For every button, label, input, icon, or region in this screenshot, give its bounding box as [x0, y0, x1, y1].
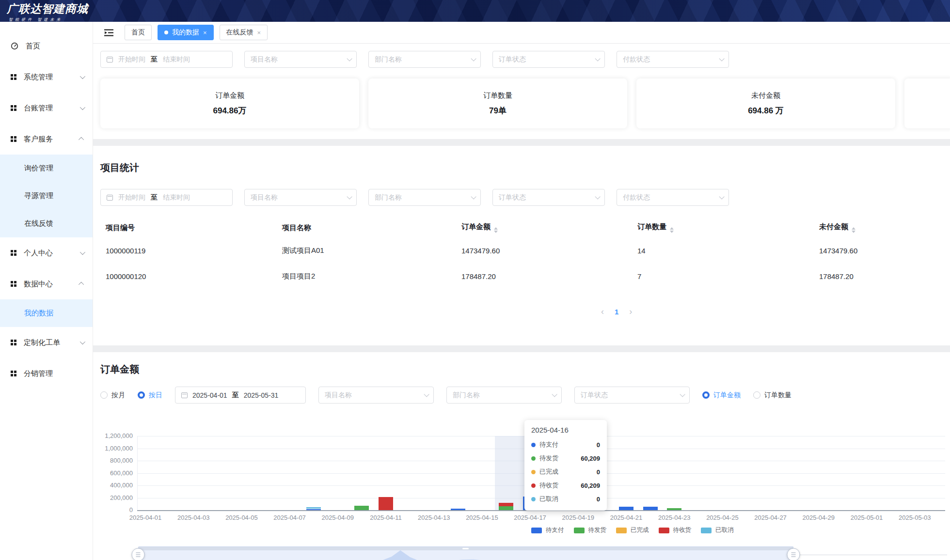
sidebar-item-online-feedback[interactable]: 在线反馈: [0, 210, 93, 237]
radio-metric-count[interactable]: 订单数量: [753, 391, 792, 400]
table-row[interactable]: 1000000119 测试项目A01 1473479.60 14 1473479…: [98, 238, 944, 264]
bar-2025-04-23[interactable]: [667, 508, 681, 510]
sidebar-item-data-center[interactable]: 数据中心: [0, 268, 93, 299]
legend-item[interactable]: 待支付: [531, 526, 564, 534]
chevron-down-icon: [471, 56, 476, 61]
legend-item[interactable]: 待发货: [574, 526, 607, 534]
prev-page-icon[interactable]: ‹: [601, 307, 604, 316]
sidebar-item-inquiry-mgmt[interactable]: 询价管理: [0, 155, 93, 182]
order-amount-chart: 待支付待发货已完成待收货已取消 0200,000400,000600,00080…: [100, 424, 945, 537]
date-range-input[interactable]: 开始时间 至 结束时间: [100, 189, 233, 206]
order-status-select[interactable]: 订单状态: [492, 51, 605, 68]
chart-date-range-input[interactable]: 2025-04-01 至 2025-05-31: [175, 387, 306, 404]
sidebar-item-sourcing-mgmt[interactable]: 寻源管理: [0, 182, 93, 210]
date-to-label: 至: [151, 193, 158, 202]
tab-online-feedback[interactable]: 在线反馈 ×: [220, 25, 268, 40]
card-label: 订单金额: [215, 91, 244, 100]
tab-my-data[interactable]: 我的数据 ×: [158, 25, 214, 40]
x-axis-tick: 2025-04-29: [795, 514, 842, 521]
table-row[interactable]: 1000000120 项目项目2 178487.20 7 178487.20: [98, 264, 944, 289]
bar-2025-04-16[interactable]: [499, 503, 513, 507]
card-order-count: 订单数量 79单: [368, 78, 627, 128]
order-status-select[interactable]: 订单状态: [492, 189, 605, 206]
chevron-down-icon: [347, 194, 352, 199]
radio-metric-amount[interactable]: 订单金额: [702, 391, 741, 400]
close-icon[interactable]: ×: [257, 30, 261, 36]
chevron-down-icon: [552, 391, 557, 397]
project-name-select[interactable]: 项目名称: [244, 51, 357, 68]
sidebar-item-label: 定制化工单: [24, 338, 73, 347]
tab-label: 首页: [131, 28, 145, 37]
sidebar-item-label: 客户服务: [24, 135, 73, 144]
chevron-down-icon: [719, 56, 724, 61]
sidebar-item-system-mgmt[interactable]: 系统管理: [0, 62, 93, 93]
date-range-input[interactable]: 开始时间 至 结束时间: [100, 51, 233, 68]
col-unpaid-amount[interactable]: 未付金额: [812, 218, 944, 238]
page-number[interactable]: 1: [615, 308, 618, 316]
cell-project-id: 1000000119: [98, 238, 275, 264]
bar-2025-04-10[interactable]: [354, 506, 369, 510]
cell-order-count: 7: [630, 264, 812, 289]
sidebar-collapse-icon[interactable]: [104, 29, 114, 37]
legend-item[interactable]: 已取消: [701, 526, 734, 534]
sidebar-item-home[interactable]: 首页: [0, 31, 93, 62]
radio-icon: [100, 391, 108, 399]
bar-2025-04-14[interactable]: [451, 509, 465, 510]
legend-item[interactable]: 已完成: [616, 526, 649, 534]
legend-swatch: [659, 528, 669, 533]
radio-by-day[interactable]: 按日: [138, 391, 162, 400]
sidebar-item-ledger-mgmt[interactable]: 台账管理: [0, 93, 93, 124]
bar-2025-04-11[interactable]: [379, 497, 393, 510]
bar-2025-04-08[interactable]: [306, 509, 321, 511]
sort-icon[interactable]: [670, 227, 674, 233]
logo-title: 广联达智建商城: [7, 1, 88, 16]
chevron-down-icon: [347, 56, 352, 61]
sidebar-item-my-data[interactable]: 我的数据: [0, 299, 93, 327]
select-placeholder: 部门名称: [375, 55, 402, 64]
project-name-select[interactable]: 项目名称: [318, 387, 434, 404]
radio-by-month[interactable]: 按月: [100, 391, 125, 400]
datazoom-left-handle[interactable]: [132, 548, 145, 560]
sort-icon[interactable]: [852, 227, 855, 233]
sidebar-item-custom-workorder[interactable]: 定制化工单: [0, 327, 93, 358]
sidebar-item-personal-center[interactable]: 个人中心: [0, 237, 93, 268]
tab-home[interactable]: 首页: [125, 25, 152, 40]
x-axis-tick: 2025-04-21: [603, 514, 649, 521]
grid-icon: [11, 74, 16, 80]
pay-status-select[interactable]: 付款状态: [617, 51, 729, 68]
datazoom-track[interactable]: [138, 546, 793, 560]
department-select[interactable]: 部门名称: [446, 387, 562, 404]
project-name-select[interactable]: 项目名称: [244, 189, 357, 206]
datazoom-right-handle[interactable]: [787, 548, 800, 560]
chevron-up-icon: [79, 137, 84, 142]
series-dot-icon: [531, 483, 536, 488]
close-icon[interactable]: ×: [203, 30, 207, 36]
department-select[interactable]: 部门名称: [368, 51, 481, 68]
pay-status-select[interactable]: 付款状态: [617, 189, 729, 206]
grid-icon: [11, 371, 16, 376]
bar-2025-04-21[interactable]: [619, 507, 633, 510]
department-select[interactable]: 部门名称: [368, 189, 481, 206]
start-date-placeholder: 开始时间: [118, 55, 145, 64]
col-order-count[interactable]: 订单数量: [630, 218, 812, 238]
order-status-select[interactable]: 订单状态: [574, 387, 690, 404]
datazoom-grip-icon[interactable]: [462, 548, 469, 549]
col-order-amount[interactable]: 订单金额: [454, 218, 630, 238]
datazoom-selected-bar[interactable]: [139, 547, 793, 550]
next-page-icon[interactable]: ›: [629, 307, 632, 316]
bar-2025-04-08[interactable]: [306, 507, 321, 509]
sort-icon[interactable]: [494, 227, 498, 233]
y-axis-tick: 400,000: [100, 482, 133, 489]
cell-unpaid-amount: 1473479.60: [812, 238, 944, 264]
sidebar-item-distribution-mgmt[interactable]: 分销管理: [0, 358, 93, 389]
select-placeholder: 订单状态: [581, 391, 608, 400]
sidebar-item-customer-service[interactable]: 客户服务: [0, 124, 93, 155]
bar-2025-04-16[interactable]: [499, 506, 513, 510]
x-axis-tick: 2025-04-11: [363, 514, 409, 521]
x-axis-tick: 2025-04-15: [459, 514, 505, 521]
chart-datazoom[interactable]: [138, 546, 793, 560]
legend-item[interactable]: 待收货: [659, 526, 692, 534]
stat-cards: 订单金额 694.86万 订单数量 79单 未付金额 694.86 万: [100, 78, 950, 128]
calendar-icon: [107, 57, 113, 62]
bar-2025-04-22[interactable]: [643, 507, 658, 510]
